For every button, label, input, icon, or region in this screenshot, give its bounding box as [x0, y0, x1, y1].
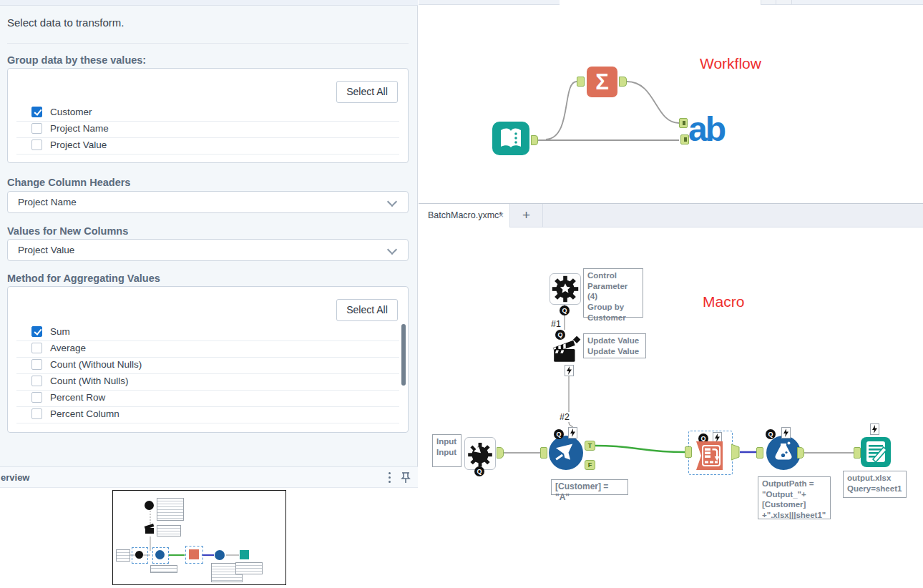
- column-headers-dropdown[interactable]: Project Name: [7, 191, 409, 213]
- list-item[interactable]: Count (Without Nulls): [16, 357, 399, 374]
- checkbox[interactable]: [31, 107, 42, 117]
- mini-annotation: [150, 565, 177, 573]
- checkbox-label: Percent Row: [50, 392, 105, 403]
- input-data-tool[interactable]: [492, 122, 529, 155]
- input-anchor[interactable]: [854, 447, 861, 459]
- aggregation-list: Select All Sum Average Count (Without Nu…: [7, 286, 409, 433]
- workflow-caption: Workflow: [700, 55, 761, 72]
- checkbox[interactable]: [31, 376, 42, 386]
- panel-header-sliver: [0, 0, 418, 6]
- scrollbar[interactable]: [401, 324, 406, 386]
- checkbox[interactable]: [31, 359, 42, 370]
- input-anchor[interactable]: [756, 447, 763, 459]
- overview-minimap[interactable]: [112, 490, 286, 585]
- question-anchor[interactable]: Q: [554, 429, 564, 439]
- macro-input-annotation[interactable]: Input Input: [432, 434, 462, 467]
- list-item[interactable]: Project Name: [16, 121, 399, 138]
- list-item[interactable]: Percent Column: [16, 406, 399, 423]
- output-anchor[interactable]: [531, 135, 538, 145]
- list-item[interactable]: Sum: [16, 324, 399, 341]
- find-replace-tool[interactable]: ab: [688, 109, 724, 149]
- config-intro-text: Select data to transform.: [7, 16, 124, 29]
- wire-input-to-summarize[interactable]: [546, 82, 577, 139]
- book-icon: [492, 122, 529, 155]
- lightning-anchor[interactable]: [568, 427, 577, 438]
- action-tool[interactable]: [551, 336, 582, 365]
- control-parameter-tool[interactable]: [550, 273, 581, 305]
- workflow-canvas[interactable]: Σ ab Workflow: [419, 0, 923, 203]
- sigma-icon: Σ: [595, 69, 609, 94]
- formula-annotation[interactable]: OutputPath = "Output_"+ [Customer] +".xl…: [758, 476, 831, 519]
- checkbox[interactable]: [31, 392, 42, 403]
- crosstab-icon: [693, 439, 726, 472]
- mini-filter-tool: [152, 547, 169, 564]
- list-item[interactable]: Customer: [16, 104, 399, 122]
- tab-batchmacro[interactable]: BatchMacro.yxmc* ×: [419, 204, 510, 227]
- overview-panel-header: erview: [0, 466, 418, 488]
- macro-canvas[interactable]: Q Control Parameter (4) Group by Custome…: [419, 227, 923, 588]
- checkbox-label: Sum: [50, 326, 70, 337]
- question-anchor[interactable]: Q: [474, 466, 484, 476]
- input-anchor[interactable]: [685, 446, 692, 458]
- macro-input-tool[interactable]: [464, 437, 496, 470]
- question-anchor[interactable]: Q: [766, 429, 776, 439]
- pin-icon[interactable]: [400, 471, 411, 484]
- aggregation-label: Method for Aggregating Values: [7, 273, 160, 284]
- new-tab-button[interactable]: +: [510, 204, 543, 227]
- top-tabbar-right: [792, 0, 923, 5]
- list-item[interactable]: Percent Row: [16, 390, 399, 407]
- mini-output-tool: [240, 550, 249, 559]
- aggregation-select-all-button[interactable]: Select All: [336, 299, 398, 321]
- close-icon[interactable]: ×: [498, 210, 504, 220]
- output-annotation[interactable]: output.xlsx Query=sheet1: [843, 471, 907, 498]
- lightning-anchor[interactable]: [870, 423, 879, 435]
- list-item[interactable]: Project Value: [16, 137, 399, 155]
- new-columns-dropdown[interactable]: Project Value: [7, 239, 409, 261]
- formula-tool[interactable]: [766, 436, 801, 470]
- top-tabbar-button[interactable]: [776, 0, 792, 5]
- top-tabbar-button[interactable]: [761, 0, 776, 5]
- funnel-icon: [549, 436, 583, 470]
- dropdown-value: Project Value: [18, 245, 74, 255]
- checkbox[interactable]: [31, 123, 42, 134]
- group-section-label: Group data by these values:: [7, 54, 146, 66]
- crosstab-output-anchor[interactable]: [731, 444, 741, 461]
- output-anchor[interactable]: [797, 447, 804, 459]
- gear-star-icon: [550, 274, 580, 304]
- wire-filter-true-to-crosstab[interactable]: [595, 446, 685, 452]
- filter-annotation[interactable]: [Customer] = "A": [551, 479, 628, 495]
- mini-formula-tool: [215, 550, 225, 560]
- summarize-tool[interactable]: Σ: [587, 67, 617, 97]
- crosstab-tool[interactable]: [693, 439, 726, 472]
- checkbox[interactable]: [31, 408, 42, 419]
- document-pencil-icon: [861, 437, 891, 467]
- false-output-anchor[interactable]: F: [585, 460, 595, 470]
- input-anchor[interactable]: [577, 77, 585, 87]
- action-annotation[interactable]: Update Value Update Value: [583, 333, 646, 358]
- question-anchor[interactable]: Q: [560, 305, 570, 315]
- checkbox-label: Count (Without Nulls): [50, 359, 142, 370]
- input-anchor-find[interactable]: [679, 118, 688, 128]
- checkbox[interactable]: [31, 139, 42, 150]
- overflow-menu-icon[interactable]: [384, 472, 394, 484]
- input-anchor[interactable]: [540, 447, 547, 459]
- filter-tool[interactable]: [549, 436, 583, 470]
- ab-icon: ab: [688, 110, 724, 148]
- true-output-anchor[interactable]: T: [585, 441, 595, 451]
- control-parameter-annotation[interactable]: Control Parameter (4) Group by Customer: [583, 268, 643, 318]
- group-select-all-button[interactable]: Select All: [336, 81, 398, 103]
- checkbox[interactable]: [31, 343, 42, 353]
- list-item[interactable]: Count (With Nulls): [16, 373, 399, 391]
- output-anchor[interactable]: [619, 77, 627, 87]
- top-tabbar-left: [419, 0, 560, 5]
- output-data-tool[interactable]: [861, 437, 891, 467]
- top-tabbar-active-tab[interactable]: [560, 0, 761, 5]
- clapperboard-icon: [551, 336, 582, 365]
- dropdown-value: Project Name: [18, 197, 77, 207]
- checkbox[interactable]: [31, 326, 42, 337]
- lightning-anchor[interactable]: [781, 427, 791, 438]
- lightning-anchor[interactable]: [565, 365, 574, 376]
- output-anchor[interactable]: [497, 447, 504, 459]
- list-item[interactable]: Average: [16, 340, 399, 358]
- wire-summarize-to-findreplace[interactable]: [627, 82, 679, 123]
